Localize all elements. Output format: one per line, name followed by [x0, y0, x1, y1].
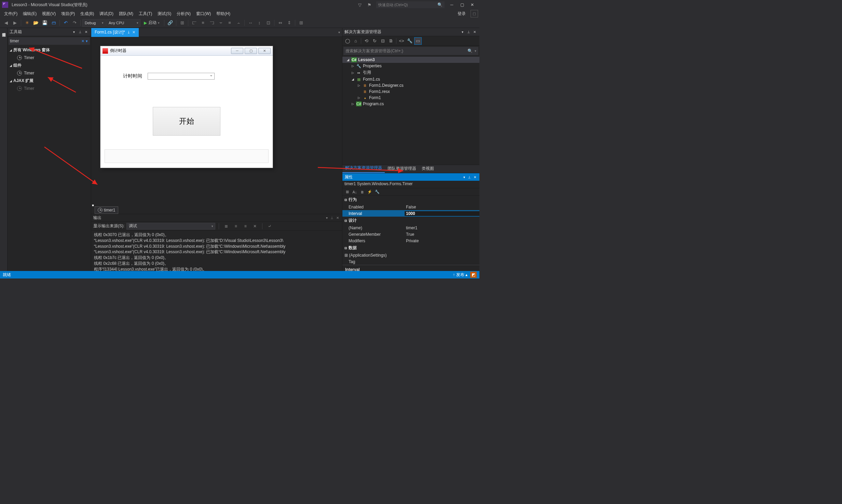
menu-tools[interactable]: 工具(T)	[136, 10, 155, 18]
tree-properties[interactable]: ▷🔧Properties	[342, 63, 479, 69]
menu-debug[interactable]: 调试(D)	[97, 10, 116, 18]
close-button[interactable]: ✕	[467, 1, 477, 9]
form-close-button[interactable]: ✕	[258, 48, 271, 54]
tab-solution-explorer[interactable]: 解决方案资源管理器	[342, 164, 385, 173]
output-close-button[interactable]: ✕	[335, 216, 340, 220]
panel-pin-button[interactable]: ⊥	[467, 175, 472, 179]
same-height-button[interactable]: ↕	[255, 19, 263, 27]
prop-row-app-settings[interactable]: ⊞ (ApplicationSettings)	[342, 252, 479, 258]
prop-categorized-button[interactable]: ⊞	[344, 189, 351, 195]
prop-row-tag[interactable]: Tag	[342, 258, 479, 265]
prop-cat-design[interactable]: ⊟设计	[342, 217, 479, 224]
align-right-button[interactable]: ⫎	[208, 19, 216, 27]
align-bottom-button[interactable]: ⫠	[234, 19, 243, 27]
output-next-button[interactable]: ≡	[242, 223, 249, 230]
prop-cat-behavior[interactable]: ⊟行为	[342, 196, 479, 204]
panel-close-button[interactable]: ✕	[472, 29, 477, 35]
align-grid-button[interactable]: ⊞	[178, 19, 186, 27]
menu-analyze[interactable]: 分析(N)	[174, 10, 193, 18]
prop-events-button[interactable]: ⚡	[366, 189, 373, 195]
tab-team-explorer[interactable]: 团队资源管理器	[385, 164, 419, 173]
pin-tab-icon[interactable]: ⤓	[127, 30, 130, 35]
browser-link-button[interactable]: 🔗	[166, 19, 174, 27]
toolbox-group-ajax[interactable]: ◢AJAX 扩展	[8, 77, 91, 85]
output-wrap-button[interactable]: ⤶	[266, 223, 273, 230]
menu-edit[interactable]: 编辑(E)	[20, 10, 39, 18]
new-project-button[interactable]: ✳	[23, 19, 31, 27]
hspace-button[interactable]: ⇔	[276, 19, 284, 27]
same-width-button[interactable]: ↔	[246, 19, 255, 27]
tab-form1-designer[interactable]: Form1.cs [设计]* ⤓ ✕	[91, 28, 139, 37]
undo-button[interactable]: ↶	[62, 19, 70, 27]
output-clear-button[interactable]: ✕	[251, 223, 259, 230]
tab-order-button[interactable]: ⊞	[297, 19, 305, 27]
toolbox-item-timer[interactable]: Timer	[8, 54, 91, 61]
align-middle-button[interactable]: ≡	[226, 19, 234, 27]
tree-form1-designer[interactable]: ▷🗎Form1.Designer.cs	[342, 82, 479, 88]
menu-build[interactable]: 生成(B)	[78, 10, 97, 18]
publish-button[interactable]: ↑ 发布 ▴	[453, 272, 467, 278]
save-button[interactable]: 💾	[41, 19, 49, 27]
toolbox-search[interactable]: ✕ ▾	[9, 37, 90, 45]
clear-search-icon[interactable]: ✕	[81, 39, 84, 43]
form-time-combo[interactable]	[148, 73, 215, 80]
panel-dropdown-button[interactable]: ▾	[462, 175, 466, 179]
tab-overflow-button[interactable]: ▾	[338, 30, 340, 34]
tree-project[interactable]: ◢C#Lesson3	[342, 57, 479, 63]
maximize-button[interactable]: ▢	[457, 1, 467, 9]
status-notify-icon[interactable]: ◩	[470, 272, 477, 278]
notifications-icon[interactable]: ⚑	[365, 1, 374, 9]
avatar-icon[interactable]: ◻	[471, 10, 478, 17]
sol-properties-button[interactable]: 🔧	[406, 37, 413, 45]
quick-launch-input[interactable]: 快速启动 (Ctrl+Q) 🔍	[376, 1, 445, 8]
output-source-combo[interactable]: 调试	[126, 223, 215, 230]
output-prev-button[interactable]: ≡	[232, 223, 240, 230]
prop-row-enabled[interactable]: EnabledFalse	[342, 204, 479, 210]
prop-props-button[interactable]: 🗎	[359, 189, 366, 195]
sol-collapse-button[interactable]: ⊟	[379, 37, 386, 45]
sol-back-button[interactable]: ◯	[344, 37, 351, 45]
output-dropdown-button[interactable]: ▾	[325, 216, 329, 220]
toolbox-item-timer[interactable]: Timer	[8, 70, 91, 77]
component-tray-timer1[interactable]: timer1	[95, 206, 118, 214]
sol-refresh-button[interactable]: ↻	[371, 37, 378, 45]
prop-row-name[interactable]: (Name)timer1	[342, 224, 479, 231]
close-tab-icon[interactable]: ✕	[132, 30, 135, 35]
prop-row-modifiers[interactable]: ModifiersPrivate	[342, 237, 479, 244]
sign-in-link[interactable]: 登录	[458, 11, 468, 17]
search-dropdown-icon[interactable]: ▾	[86, 39, 88, 43]
menu-window[interactable]: 窗口(W)	[193, 10, 214, 18]
prop-row-interval[interactable]: Interval1000	[342, 210, 479, 217]
form-min-button[interactable]: ─	[231, 48, 243, 54]
panel-pin-button[interactable]: ⊥	[77, 29, 83, 35]
sol-showall-button[interactable]: 🗎	[387, 37, 395, 45]
redo-button[interactable]: ↷	[70, 19, 79, 27]
prop-row-generate-member[interactable]: GenerateMemberTrue	[342, 231, 479, 237]
nav-fwd-button[interactable]: ▶	[11, 19, 19, 27]
nav-back-button[interactable]: ◀	[2, 19, 10, 27]
tree-form1-class[interactable]: ▷⬥Form1	[342, 95, 479, 101]
output-goto-button[interactable]: ≣	[222, 223, 230, 230]
menu-file[interactable]: 文件(F)	[1, 10, 20, 18]
menu-view[interactable]: 视图(V)	[39, 10, 58, 18]
search-dropdown-icon[interactable]: ▾	[475, 49, 476, 53]
menu-help[interactable]: 帮助(H)	[214, 10, 233, 18]
sol-preview-button[interactable]: ▭	[414, 37, 422, 45]
start-debug-button[interactable]: ▶启动▾	[141, 19, 162, 27]
toolbox-group-windows-forms[interactable]: ◢所有 Windows 窗体	[8, 46, 91, 54]
open-file-button[interactable]: 📂	[32, 19, 40, 27]
menu-test[interactable]: 测试(S)	[155, 10, 174, 18]
form-designer-surface[interactable]: 倒计时器 ─ ▢ ✕ 计时时间 开始 timer1	[91, 37, 342, 214]
panel-dropdown-button[interactable]: ▾	[71, 29, 77, 35]
minimize-button[interactable]: ─	[447, 1, 457, 9]
prop-cat-data[interactable]: ⊟数据	[342, 244, 479, 252]
form-status-strip[interactable]	[105, 149, 269, 163]
form-start-button[interactable]: 开始	[153, 107, 220, 136]
align-top-button[interactable]: ⫟	[217, 19, 225, 27]
tree-form1-resx[interactable]: 🗎Form1.resx	[342, 88, 479, 95]
toolbox-search-input[interactable]	[10, 39, 81, 43]
platform-combo[interactable]: Any CPU	[106, 19, 140, 27]
prop-interval-value[interactable]: 1000	[405, 211, 479, 216]
menu-team[interactable]: 团队(M)	[116, 10, 136, 18]
side-tab-server-explorer[interactable]: 服务器资源管理	[0, 28, 8, 278]
